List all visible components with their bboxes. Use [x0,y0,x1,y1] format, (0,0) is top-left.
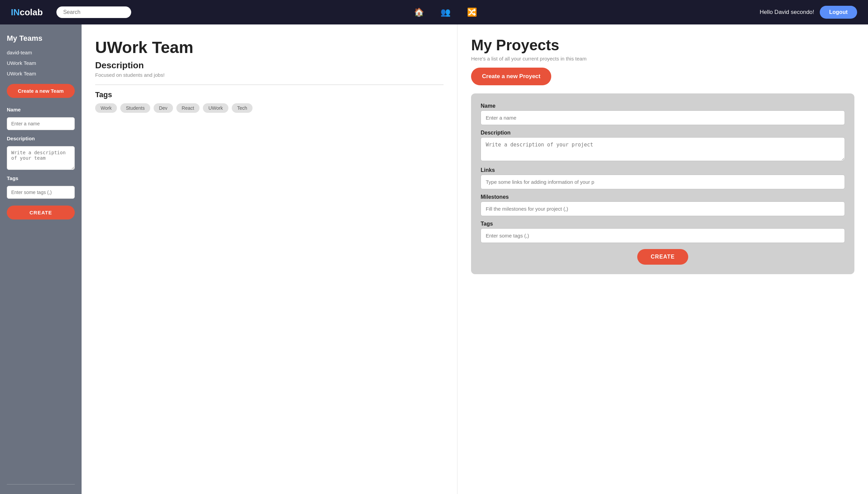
logo-rest: colab [20,7,43,17]
project-links-label: Links [481,167,845,173]
tag-tech: Tech [232,103,253,113]
sidebar-tags-label: Tags [7,175,75,181]
sidebar-description-input[interactable] [7,146,75,170]
sidebar: My Teams david-team UWork Team UWork Tea… [0,24,82,494]
sidebar-name-label: Name [7,107,75,112]
project-description-label: Description [481,130,845,136]
team-name-heading: UWork Team [95,38,444,57]
team-divider [95,85,444,85]
team-icon[interactable]: 👥 [440,7,451,17]
home-icon[interactable]: 🏠 [414,7,424,17]
sidebar-item-uwork-team-2[interactable]: UWork Team [7,70,75,77]
logo-in: IN [11,7,20,17]
main-layout: My Teams david-team UWork Team UWork Tea… [0,24,868,494]
project-milestones-label: Milestones [481,194,845,200]
new-project-form: Name Description Links Milestones Tags C… [471,93,854,274]
sidebar-create-button[interactable]: CREATE [7,206,75,219]
project-tags-input[interactable] [481,228,845,243]
tags-list: Work Students Dev React UWork Tech [95,103,444,113]
tag-students: Students [120,103,150,113]
sidebar-item-uwork-team-1[interactable]: UWork Team [7,59,75,67]
org-icon[interactable]: 🔀 [467,7,477,17]
create-team-button[interactable]: Create a new Team [7,84,75,98]
create-project-button[interactable]: Create a new Proyect [471,68,551,85]
projects-title: My Proyects [471,37,854,54]
sidebar-description-label: Description [7,136,75,141]
navbar-icons: 🏠 👥 🔀 [145,7,746,17]
sidebar-title: My Teams [7,34,75,43]
projects-panel: My Proyects Here's a list of all your cu… [457,24,868,494]
project-create-button[interactable]: CREATE [637,249,689,265]
sidebar-tags-input[interactable] [7,186,75,199]
projects-subtitle: Here's a list of all your current proyec… [471,56,854,61]
logout-button[interactable]: Logout [820,6,857,19]
project-milestones-input[interactable] [481,201,845,216]
sidebar-name-input[interactable] [7,117,75,130]
tag-uwork: UWork [203,103,228,113]
project-tags-label: Tags [481,221,845,227]
greeting-text: Hello David secondo! [760,9,814,16]
team-detail-panel: UWork Team Description Focused on studen… [82,24,457,494]
team-description-text: Focused on students and jobs! [95,72,444,78]
navbar: INcolab 🏠 👥 🔀 Hello David secondo! Logou… [0,0,868,24]
navbar-right: Hello David secondo! Logout [760,6,857,19]
search-input[interactable] [56,6,131,18]
tag-react: React [176,103,200,113]
tag-dev: Dev [154,103,173,113]
project-description-input[interactable] [481,137,845,161]
project-name-label: Name [481,103,845,109]
sidebar-bottom-divider [7,484,75,484]
project-name-input[interactable] [481,110,845,125]
project-links-input[interactable] [481,175,845,189]
description-heading: Description [95,60,444,71]
tags-section-heading: Tags [95,90,444,99]
sidebar-item-david-team[interactable]: david-team [7,49,75,56]
tag-work: Work [95,103,117,113]
logo: INcolab [11,7,43,18]
